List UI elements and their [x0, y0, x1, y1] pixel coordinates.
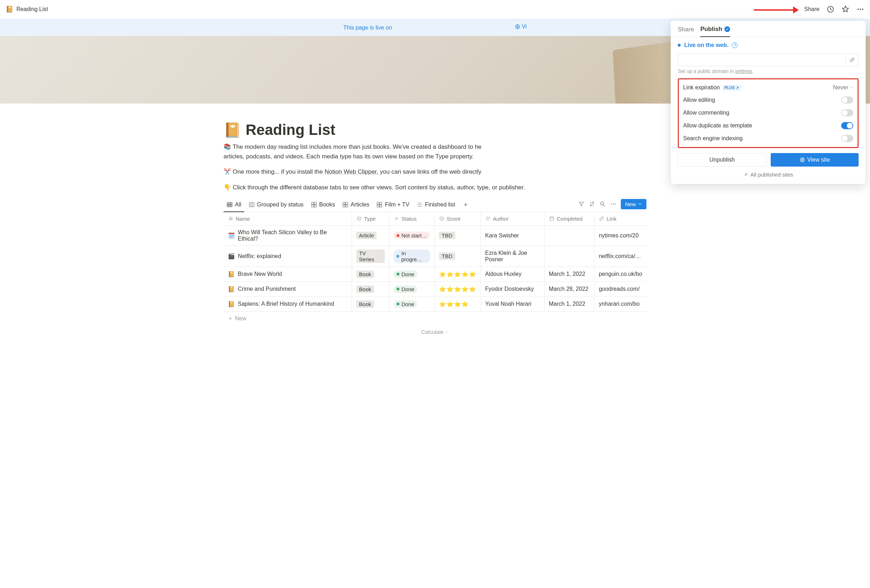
link-expiration-value[interactable]: Never — [833, 84, 853, 91]
select-prop-icon — [356, 216, 362, 222]
row-icon: 🎬 — [228, 253, 235, 259]
gallery-icon — [342, 201, 349, 208]
page-description-2: ✂️ One more thing... if you install the … — [223, 167, 647, 177]
svg-rect-14 — [343, 205, 345, 207]
tab-books[interactable]: Books — [308, 199, 338, 211]
plus-badge[interactable]: PLUS — [723, 85, 740, 91]
search-icon[interactable] — [599, 201, 606, 207]
tab-all[interactable]: All — [223, 199, 244, 212]
calculate-row[interactable]: Calculate — [223, 325, 647, 338]
svg-rect-9 — [314, 202, 316, 205]
popover-tab-share[interactable]: Share — [678, 25, 694, 37]
favorite-icon[interactable] — [842, 5, 849, 13]
completed-cell: March 28, 2022 — [544, 281, 594, 296]
tab-articles[interactable]: Articles — [339, 199, 372, 211]
new-row-button[interactable]: New — [223, 312, 647, 325]
page-icon[interactable]: 📔 — [223, 122, 241, 138]
type-pill: Book — [356, 271, 374, 278]
text-prop-icon — [485, 216, 491, 222]
web-clipper-link[interactable]: Notion Web Clipper — [325, 168, 377, 175]
svg-rect-13 — [346, 202, 348, 205]
publish-popover: Share Publish Live on the web. ? Set up … — [670, 21, 866, 184]
public-url-input[interactable] — [678, 54, 846, 66]
type-pill: Book — [356, 286, 374, 293]
page-description-3: 👇 Click through the different database t… — [223, 183, 647, 192]
row-name: Sapiens: A Brief History of Humankind — [238, 301, 334, 307]
board-icon — [249, 201, 255, 208]
allow-commenting-label: Allow commenting — [683, 110, 729, 116]
tab-finished[interactable]: Finished list — [414, 199, 458, 211]
updates-icon[interactable] — [827, 5, 834, 13]
col-link[interactable]: Link — [606, 216, 617, 222]
col-score[interactable]: Score — [447, 216, 460, 222]
page-title[interactable]: Reading List — [246, 121, 335, 138]
tab-film[interactable]: Film + TV — [373, 199, 412, 211]
col-status[interactable]: Status — [402, 216, 417, 222]
popover-tab-publish[interactable]: Publish — [700, 25, 730, 37]
status-pill: Not start… — [394, 232, 430, 239]
table-icon — [226, 201, 233, 208]
table-row[interactable]: 🎬Netflix: explained TV Series In progre…… — [223, 246, 647, 266]
add-view-button[interactable] — [460, 199, 472, 211]
unpublish-button[interactable]: Unpublish — [678, 153, 766, 167]
copy-link-button[interactable] — [846, 54, 859, 66]
banner-view-site-link[interactable]: Vi — [515, 24, 527, 30]
tab-grouped[interactable]: Grouped by status — [246, 199, 307, 211]
link-cell[interactable]: netflix.com/ca/… — [594, 246, 647, 266]
allow-editing-label: Allow editing — [683, 97, 715, 103]
annotation-arrow — [754, 6, 799, 13]
svg-rect-11 — [314, 205, 316, 207]
breadcrumb-title[interactable]: Reading List — [16, 6, 48, 12]
col-completed[interactable]: Completed — [557, 216, 583, 222]
svg-point-23 — [615, 204, 616, 205]
search-indexing-toggle[interactable] — [841, 135, 853, 142]
score-cell: TBD — [434, 225, 481, 246]
info-icon[interactable]: ? — [732, 42, 737, 48]
col-author[interactable]: Author — [493, 216, 509, 222]
col-name[interactable]: Name — [235, 216, 250, 222]
col-type[interactable]: Type — [364, 216, 376, 222]
share-button[interactable]: Share — [804, 6, 819, 12]
sort-icon[interactable] — [589, 201, 595, 207]
link-cell[interactable]: ynharari.com/bo — [594, 296, 647, 311]
more-icon[interactable] — [857, 5, 864, 13]
svg-point-3 — [862, 9, 864, 10]
search-indexing-label: Search engine indexing — [683, 135, 743, 141]
row-name: Who Will Teach Silicon Valley to Be Ethi… — [238, 229, 347, 242]
status-pill: In progre… — [394, 250, 430, 263]
link-cell[interactable]: goodreads.com/ — [594, 281, 647, 296]
table-row[interactable]: 🗓️Who Will Teach Silicon Valley to Be Et… — [223, 225, 647, 246]
svg-text:Aa: Aa — [229, 217, 233, 221]
type-pill: TV Series — [356, 250, 385, 263]
check-badge-icon — [724, 26, 730, 32]
title-prop-icon: Aa — [228, 216, 234, 222]
view-site-button[interactable]: View site — [771, 153, 859, 167]
filter-icon[interactable] — [578, 201, 584, 207]
svg-point-27 — [439, 217, 444, 221]
link-cell[interactable]: nytimes.com/20 — [594, 225, 647, 246]
allow-editing-toggle[interactable] — [841, 97, 853, 104]
svg-point-26 — [396, 218, 397, 219]
status-pill: Done — [394, 286, 417, 293]
settings-link[interactable]: settings — [735, 68, 752, 74]
svg-rect-15 — [346, 205, 348, 207]
svg-rect-18 — [377, 205, 380, 207]
status-pill: Done — [394, 271, 417, 278]
table-row[interactable]: 📔Sapiens: A Brief History of Humankind B… — [223, 296, 647, 311]
allow-duplicate-toggle[interactable] — [841, 122, 853, 129]
live-dot-icon — [678, 44, 681, 47]
all-published-sites-link[interactable]: All published sites — [678, 171, 859, 178]
allow-duplicate-label: Allow duplicate as template — [683, 122, 752, 129]
author-cell: Fyodor Dostoevsky — [481, 281, 544, 296]
table-row[interactable]: 📔Crime and Punishment Book Done ⭐⭐⭐⭐⭐ Fy… — [223, 281, 647, 296]
svg-rect-19 — [380, 205, 382, 207]
breadcrumb-icon: 📔 — [6, 5, 13, 13]
page-description-1: 📚 The modern day reading list includes m… — [223, 142, 647, 161]
new-button[interactable]: New — [621, 199, 647, 209]
completed-cell — [544, 246, 594, 266]
table-row[interactable]: 📔Brave New World Book Done ⭐⭐⭐⭐⭐ Aldous … — [223, 266, 647, 281]
link-cell[interactable]: penguin.co.uk/bo — [594, 266, 647, 281]
allow-commenting-toggle[interactable] — [841, 109, 853, 116]
completed-cell: March 1, 2022 — [544, 296, 594, 311]
more-options-icon[interactable] — [610, 201, 617, 207]
